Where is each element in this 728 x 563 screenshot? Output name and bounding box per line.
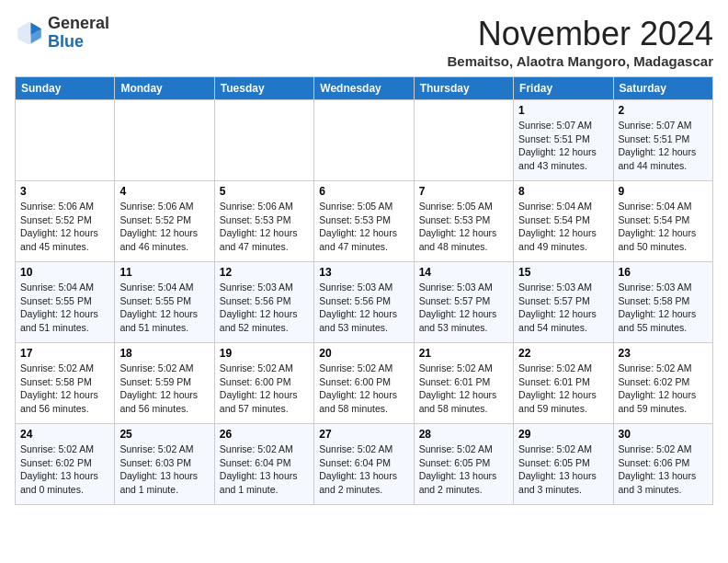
calendar-cell: 14Sunrise: 5:03 AM Sunset: 5:57 PM Dayli… [414,262,513,343]
day-number: 25 [119,428,209,441]
day-info: Sunrise: 5:02 AM Sunset: 6:00 PM Dayligh… [220,362,309,416]
day-number: 14 [419,266,508,279]
day-number: 13 [319,266,408,279]
day-info: Sunrise: 5:02 AM Sunset: 6:00 PM Dayligh… [319,362,408,416]
calendar-week-5: 24Sunrise: 5:02 AM Sunset: 6:02 PM Dayli… [16,424,713,505]
calendar-cell: 28Sunrise: 5:02 AM Sunset: 6:05 PM Dayli… [414,424,513,505]
day-info: Sunrise: 5:04 AM Sunset: 5:55 PM Dayligh… [20,281,109,335]
calendar-cell: 18Sunrise: 5:02 AM Sunset: 5:59 PM Dayli… [115,343,214,424]
day-info: Sunrise: 5:02 AM Sunset: 5:59 PM Dayligh… [119,362,209,416]
day-number: 20 [319,347,408,360]
calendar-cell: 4Sunrise: 5:06 AM Sunset: 5:52 PM Daylig… [115,181,214,262]
calendar-cell: 10Sunrise: 5:04 AM Sunset: 5:55 PM Dayli… [16,262,115,343]
calendar-cell: 15Sunrise: 5:03 AM Sunset: 5:57 PM Dayli… [514,262,613,343]
day-number: 11 [119,266,209,279]
location: Bemaitso, Alaotra Mangoro, Madagascar [447,53,713,69]
day-info: Sunrise: 5:02 AM Sunset: 6:01 PM Dayligh… [518,362,608,416]
day-number: 26 [220,428,309,441]
calendar-cell: 27Sunrise: 5:02 AM Sunset: 6:04 PM Dayli… [314,424,414,505]
day-info: Sunrise: 5:06 AM Sunset: 5:52 PM Dayligh… [119,200,209,254]
day-info: Sunrise: 5:04 AM Sunset: 5:55 PM Dayligh… [119,281,209,335]
logo-text: General Blue [48,15,109,52]
calendar-week-2: 3Sunrise: 5:06 AM Sunset: 5:52 PM Daylig… [16,181,713,262]
calendar-week-1: 1Sunrise: 5:07 AM Sunset: 5:51 PM Daylig… [16,100,713,181]
calendar-cell: 6Sunrise: 5:05 AM Sunset: 5:53 PM Daylig… [314,181,414,262]
weekday-header-saturday: Saturday [613,77,712,100]
day-number: 5 [220,185,309,198]
day-info: Sunrise: 5:07 AM Sunset: 5:51 PM Dayligh… [619,119,708,173]
weekday-header-friday: Friday [514,77,613,100]
day-number: 29 [518,428,608,441]
day-info: Sunrise: 5:02 AM Sunset: 5:58 PM Dayligh… [20,362,109,416]
day-number: 16 [619,266,708,279]
day-info: Sunrise: 5:04 AM Sunset: 5:54 PM Dayligh… [619,200,708,254]
day-number: 9 [619,185,708,198]
day-info: Sunrise: 5:03 AM Sunset: 5:57 PM Dayligh… [518,281,608,335]
day-number: 17 [20,347,109,360]
calendar-week-4: 17Sunrise: 5:02 AM Sunset: 5:58 PM Dayli… [16,343,713,424]
day-info: Sunrise: 5:02 AM Sunset: 6:03 PM Dayligh… [119,442,209,497]
calendar-cell: 11Sunrise: 5:04 AM Sunset: 5:55 PM Dayli… [115,262,214,343]
day-number: 15 [518,266,608,279]
day-number: 30 [619,428,708,441]
calendar-cell: 17Sunrise: 5:02 AM Sunset: 5:58 PM Dayli… [16,343,115,424]
calendar-cell: 13Sunrise: 5:03 AM Sunset: 5:56 PM Dayli… [314,262,414,343]
day-number: 22 [518,347,608,360]
page-header: General Blue November 2024 Bemaitso, Ala… [15,15,713,69]
weekday-header-thursday: Thursday [414,77,513,100]
calendar-cell: 22Sunrise: 5:02 AM Sunset: 6:01 PM Dayli… [514,343,613,424]
calendar-cell: 5Sunrise: 5:06 AM Sunset: 5:53 PM Daylig… [214,181,313,262]
calendar-cell: 8Sunrise: 5:04 AM Sunset: 5:54 PM Daylig… [514,181,613,262]
day-number: 3 [20,185,109,198]
weekday-header-wednesday: Wednesday [314,77,414,100]
day-info: Sunrise: 5:03 AM Sunset: 5:56 PM Dayligh… [220,281,309,335]
day-number: 2 [619,104,708,117]
day-info: Sunrise: 5:03 AM Sunset: 5:57 PM Dayligh… [419,281,508,335]
day-info: Sunrise: 5:07 AM Sunset: 5:51 PM Dayligh… [518,119,608,173]
day-number: 18 [119,347,209,360]
day-info: Sunrise: 5:05 AM Sunset: 5:53 PM Dayligh… [319,200,408,254]
weekday-header-monday: Monday [115,77,214,100]
day-info: Sunrise: 5:06 AM Sunset: 5:53 PM Dayligh… [220,200,309,254]
title-block: November 2024 Bemaitso, Alaotra Mangoro,… [447,15,713,69]
calendar-cell: 20Sunrise: 5:02 AM Sunset: 6:00 PM Dayli… [314,343,414,424]
day-info: Sunrise: 5:03 AM Sunset: 5:56 PM Dayligh… [319,281,408,335]
day-info: Sunrise: 5:02 AM Sunset: 6:04 PM Dayligh… [319,442,408,497]
calendar-cell [314,100,414,181]
calendar-week-3: 10Sunrise: 5:04 AM Sunset: 5:55 PM Dayli… [16,262,713,343]
day-number: 27 [319,428,408,441]
day-info: Sunrise: 5:04 AM Sunset: 5:54 PM Dayligh… [518,200,608,254]
calendar-cell: 25Sunrise: 5:02 AM Sunset: 6:03 PM Dayli… [115,424,214,505]
day-info: Sunrise: 5:03 AM Sunset: 5:58 PM Dayligh… [619,281,708,335]
calendar-cell [115,100,214,181]
day-info: Sunrise: 5:02 AM Sunset: 6:05 PM Dayligh… [419,442,508,497]
day-info: Sunrise: 5:02 AM Sunset: 6:02 PM Dayligh… [20,442,109,497]
weekday-header-tuesday: Tuesday [214,77,313,100]
day-number: 28 [419,428,508,441]
day-number: 24 [20,428,109,441]
calendar-cell: 9Sunrise: 5:04 AM Sunset: 5:54 PM Daylig… [613,181,712,262]
calendar: SundayMondayTuesdayWednesdayThursdayFrid… [15,76,713,505]
calendar-cell: 12Sunrise: 5:03 AM Sunset: 5:56 PM Dayli… [214,262,313,343]
day-number: 7 [419,185,508,198]
calendar-cell: 16Sunrise: 5:03 AM Sunset: 5:58 PM Dayli… [613,262,712,343]
day-number: 19 [220,347,309,360]
day-number: 12 [220,266,309,279]
calendar-cell: 1Sunrise: 5:07 AM Sunset: 5:51 PM Daylig… [514,100,613,181]
day-info: Sunrise: 5:02 AM Sunset: 6:04 PM Dayligh… [220,442,309,497]
calendar-cell [16,100,115,181]
calendar-cell: 21Sunrise: 5:02 AM Sunset: 6:01 PM Dayli… [414,343,513,424]
logo-icon [15,18,44,48]
day-info: Sunrise: 5:05 AM Sunset: 5:53 PM Dayligh… [419,200,508,254]
calendar-cell: 19Sunrise: 5:02 AM Sunset: 6:00 PM Dayli… [214,343,313,424]
day-number: 1 [518,104,608,117]
calendar-cell: 3Sunrise: 5:06 AM Sunset: 5:52 PM Daylig… [16,181,115,262]
day-number: 8 [518,185,608,198]
day-info: Sunrise: 5:02 AM Sunset: 6:01 PM Dayligh… [419,362,508,416]
calendar-cell: 2Sunrise: 5:07 AM Sunset: 5:51 PM Daylig… [613,100,712,181]
day-number: 21 [419,347,508,360]
day-number: 4 [119,185,209,198]
logo: General Blue [15,15,109,52]
calendar-cell: 26Sunrise: 5:02 AM Sunset: 6:04 PM Dayli… [214,424,313,505]
weekday-header-row: SundayMondayTuesdayWednesdayThursdayFrid… [16,77,713,100]
